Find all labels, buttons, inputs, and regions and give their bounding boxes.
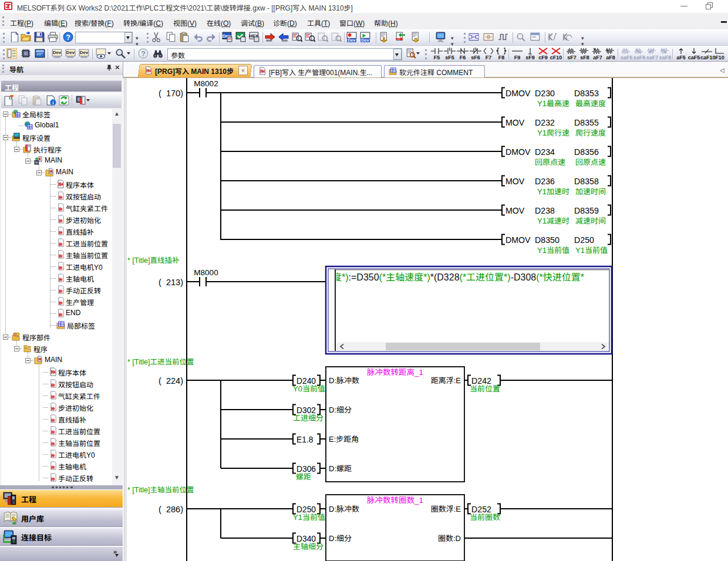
svg-text:D238: D238 <box>535 206 555 215</box>
svg-text:D236: D236 <box>535 177 555 186</box>
svg-text:D:细分: D:细分 <box>329 405 352 414</box>
svg-text:E:步距角: E:步距角 <box>329 435 359 444</box>
svg-text:回原点速: 回原点速 <box>535 158 565 167</box>
svg-text:Y1当前值: Y1当前值 <box>293 513 325 522</box>
svg-text:Y0当前值: Y0当前值 <box>293 384 325 393</box>
svg-text:爬行速度: 爬行速度 <box>575 129 606 137</box>
svg-text:D:脉冲数: D:脉冲数 <box>329 505 359 513</box>
svg-text:圈数浮:E: 圈数浮:E <box>431 505 461 513</box>
svg-text:M8002: M8002 <box>194 79 218 88</box>
svg-text:Y1爬行速: Y1爬行速 <box>537 129 569 137</box>
svg-text:主轴细分: 主轴细分 <box>293 542 323 551</box>
svg-text:D232: D232 <box>535 118 555 127</box>
svg-text:度*):=D350(*主轴速度*)*(D328(*工进位置*: 度*):=D350(*主轴速度*)*(D328(*工进位置*)-D308(*快进… <box>332 272 584 282</box>
svg-text:Dev: Dev <box>348 38 356 42</box>
svg-text:D:细分: D:细分 <box>329 534 352 543</box>
svg-text:D:螺距: D:螺距 <box>329 464 352 473</box>
svg-text:E1.8: E1.8 <box>296 435 314 444</box>
svg-text:M8000: M8000 <box>194 268 218 277</box>
svg-text:* [Title]工进当前位置: * [Title]工进当前位置 <box>127 358 194 366</box>
svg-text:DMOV: DMOV <box>505 147 531 157</box>
svg-text:?: ? <box>66 33 70 42</box>
svg-text:D250: D250 <box>574 235 594 245</box>
svg-text:DMOV: DMOV <box>505 89 531 98</box>
svg-text:D8359: D8359 <box>574 206 599 215</box>
svg-text:Y1当前值: Y1当前值 <box>537 246 569 255</box>
svg-text:* [Title]直线插补: * [Title]直线插补 <box>127 256 180 265</box>
svg-text:* [Title]主轴当前位置: * [Title]主轴当前位置 <box>127 486 194 494</box>
svg-text:( 213): ( 213) <box>159 278 183 287</box>
svg-text:D234: D234 <box>535 147 555 157</box>
svg-text:Dev: Dev <box>80 50 89 55</box>
svg-text:回原点速: 回原点速 <box>575 158 606 167</box>
svg-text:( 170): ( 170) <box>159 89 183 98</box>
svg-text:Y1最高速: Y1最高速 <box>537 99 569 108</box>
svg-text:Y1当前值: Y1当前值 <box>575 246 608 255</box>
svg-text:当前位置: 当前位置 <box>470 384 500 393</box>
svg-text:减速时间: 减速时间 <box>575 217 606 225</box>
svg-text:( 286): ( 286) <box>159 505 183 514</box>
svg-text:D8356: D8356 <box>574 147 599 157</box>
svg-text:D230: D230 <box>535 89 555 98</box>
svg-text:D8353: D8353 <box>574 89 599 98</box>
svg-text:工进细分: 工进细分 <box>293 414 323 423</box>
svg-text:DMOV: DMOV <box>505 235 531 245</box>
svg-text:当前圈数: 当前圈数 <box>470 513 500 522</box>
svg-text:Dev: Dev <box>53 50 62 55</box>
svg-text:MOV: MOV <box>505 177 525 186</box>
svg-text:D:脉冲数: D:脉冲数 <box>329 376 359 385</box>
svg-text:脉冲数转圈数_1: 脉冲数转圈数_1 <box>367 496 423 505</box>
svg-text:D8350: D8350 <box>535 235 560 245</box>
svg-text:D8358: D8358 <box>574 177 599 186</box>
svg-text:Y1减速时: Y1减速时 <box>537 217 569 225</box>
svg-text:( 224): ( 224) <box>159 376 183 386</box>
svg-text:加速时间: 加速时间 <box>575 187 606 196</box>
svg-text:D8355: D8355 <box>574 118 599 127</box>
svg-text:螺距: 螺距 <box>296 472 311 481</box>
svg-text:距离浮:E: 距离浮:E <box>431 376 461 385</box>
svg-text:圈数:D: 圈数:D <box>438 534 461 543</box>
svg-text:?: ? <box>141 50 146 58</box>
svg-text:MOV: MOV <box>505 206 525 215</box>
svg-text:Dev: Dev <box>361 38 369 42</box>
svg-text:最高速度: 最高速度 <box>575 99 606 108</box>
svg-text:Y1加速时: Y1加速时 <box>537 187 569 196</box>
svg-text:脉冲数转距离_1: 脉冲数转距离_1 <box>367 368 423 377</box>
svg-text:MOV: MOV <box>505 118 525 127</box>
svg-text:Dev: Dev <box>66 50 75 55</box>
